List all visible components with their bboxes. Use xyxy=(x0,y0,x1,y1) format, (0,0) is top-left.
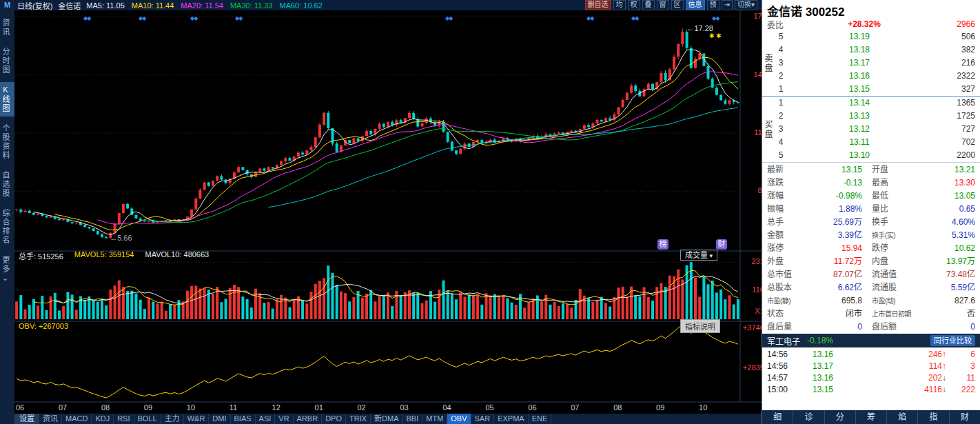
detail-value: 5.31% xyxy=(916,229,975,242)
window-button[interactable]: 窗 xyxy=(657,0,669,10)
ma-value-0: MA5: 11.05 xyxy=(86,1,124,10)
sidebar-item-ranking[interactable]: 综合排名 xyxy=(0,205,14,248)
indicator-RSI[interactable]: RSI xyxy=(114,414,134,424)
region-button[interactable]: 区 xyxy=(671,0,684,10)
ask-level: 4 xyxy=(774,43,788,57)
indicator-ARBR[interactable]: ARBR xyxy=(294,414,323,424)
indicator-W&R[interactable]: W&R xyxy=(184,414,210,424)
indicator-新DMA[interactable]: 新DMA xyxy=(371,414,402,424)
ranking-badge-button[interactable]: 榜 xyxy=(657,239,668,250)
indicator-资讯[interactable]: 资讯 xyxy=(39,414,62,424)
period-label[interactable]: 日线(复权) xyxy=(17,0,52,11)
indicator-BBI[interactable]: BBI xyxy=(403,414,423,424)
indicator-ASI[interactable]: ASI xyxy=(256,414,276,424)
industry-compare-button[interactable]: 同行业比较 xyxy=(930,335,975,346)
ask-row[interactable]: 113.15327 xyxy=(774,83,975,96)
indicator-SAR[interactable]: SAR xyxy=(471,414,495,424)
mavol5-label: MAVOL5: 359154 xyxy=(74,250,134,261)
indicator-VR[interactable]: VR xyxy=(275,414,293,424)
detail-label: 外盘 xyxy=(767,255,803,268)
tick-price: 13.15 xyxy=(795,384,833,396)
tick-row: 14:5613.16246↑6 xyxy=(767,349,975,361)
ask-row[interactable]: 413.18382 xyxy=(774,43,975,57)
indicator-help-button[interactable]: 指标说明 xyxy=(680,319,720,333)
panel-tab-细[interactable]: 细 xyxy=(762,410,793,424)
industry-bar: 军工电子 -0.18% 同行业比较 xyxy=(762,334,980,347)
svg-text:◆◆: ◆◆ xyxy=(83,15,92,21)
weicha-value: 2966 xyxy=(932,19,975,29)
ask-row[interactable]: 513.19506 xyxy=(774,30,975,43)
ask-row[interactable]: 313.17216 xyxy=(774,57,975,70)
detail-value: 10.62 xyxy=(916,242,975,255)
sidebar-item-watchlist[interactable]: 自选股 xyxy=(0,168,14,201)
tick-price: 13.16 xyxy=(795,349,833,361)
tick-count: 3 xyxy=(946,361,975,372)
detail-value: 闭市 xyxy=(803,307,872,321)
panel-tab-筹[interactable]: 筹 xyxy=(856,410,887,424)
sidebar-item-kline-chart[interactable]: K线图 xyxy=(0,82,14,117)
ma-toggle-button[interactable]: 均 xyxy=(613,0,626,10)
detail-row: 市盈(静)695.8市盈(动)827.6 xyxy=(767,294,975,307)
industry-name[interactable]: 军工电子 xyxy=(767,335,800,347)
detail-row: 外盘11.72万内盘13.97万 xyxy=(767,255,975,268)
volume-total-label: 总手: 515256 xyxy=(19,250,63,261)
switch-button[interactable]: 切换▾ xyxy=(735,0,757,10)
indicator-KDJ[interactable]: KDJ xyxy=(92,414,114,424)
indicator-DMI[interactable]: DMI xyxy=(209,414,230,424)
bid-row[interactable]: 113.141365 xyxy=(774,97,975,110)
panel-tab-诊[interactable]: 诊 xyxy=(793,410,824,424)
remove-watchlist-button[interactable]: 删自选 xyxy=(585,0,611,10)
svg-text:◆◆: ◆◆ xyxy=(190,15,198,21)
panel-tab-指[interactable]: 指 xyxy=(918,410,949,424)
bid-price: 13.14 xyxy=(788,97,931,110)
indicator-主力[interactable]: 主力 xyxy=(161,414,184,424)
bid-row[interactable]: 413.11702 xyxy=(774,136,975,149)
jump-icon[interactable]: ⇥ xyxy=(722,0,733,10)
detail-label: 跌停 xyxy=(872,242,916,255)
settings-button[interactable]: 设置 xyxy=(14,414,39,424)
indicator-MACD[interactable]: MACD xyxy=(62,414,92,424)
indicator-TRIX[interactable]: TRIX xyxy=(346,414,371,424)
bid-row[interactable]: 213.131725 xyxy=(774,110,975,123)
ask-volume: 327 xyxy=(931,83,975,96)
ask-volume: 216 xyxy=(931,57,975,70)
overlay-button[interactable]: 叠 xyxy=(642,0,655,10)
volume-indicator-select[interactable]: 成交量 xyxy=(680,250,717,261)
detail-label: 总股本 xyxy=(767,281,803,294)
bid-group-label: 买盘 xyxy=(762,97,774,162)
app-logo-icon[interactable]: M xyxy=(0,0,14,11)
detail-value: -0.13 xyxy=(803,176,872,190)
indicator-OBV[interactable]: OBV xyxy=(447,414,471,424)
panel-tab-分[interactable]: 分 xyxy=(825,410,856,424)
kline-chart[interactable]: ◆◆◆◆◆◆◆◆◆◆◆◆◆◆◆◆✱ ✱←17.28←5.660607080910… xyxy=(14,10,762,414)
indicator-BIAS[interactable]: BIAS xyxy=(231,414,256,424)
info-button[interactable]: 信息 xyxy=(686,0,705,10)
indicator-MTM[interactable]: MTM xyxy=(422,414,447,424)
bid-row[interactable]: 313.12727 xyxy=(774,123,975,136)
quote-panel: 金信诺 300252 委比 +28.32% 2966 卖盘 513.195064… xyxy=(762,0,980,424)
sidebar-item-news[interactable]: 资讯 xyxy=(0,15,14,40)
sidebar-item-stock-profile[interactable]: 个股资料 xyxy=(0,121,14,163)
indicator-EXPMA[interactable]: EXPMA xyxy=(494,414,529,424)
detail-value: 73.48亿 xyxy=(916,268,975,281)
detail-label: 上市首日初期 xyxy=(872,307,916,321)
ask-price: 13.18 xyxy=(788,43,931,57)
svg-text:◆◆: ◆◆ xyxy=(712,15,720,21)
alert-button[interactable]: 预 xyxy=(707,0,719,10)
trade-tick-list: 14:5613.16246↑614:5613.17114↑314:5713.16… xyxy=(762,347,980,410)
finance-badge-button[interactable]: 财 xyxy=(716,239,727,250)
ask-level: 5 xyxy=(774,30,788,43)
indicator-BOLL[interactable]: BOLL xyxy=(134,414,161,424)
rights-adjust-button[interactable]: 权 xyxy=(628,0,640,10)
sidebar-item-more[interactable]: 更多⌄ xyxy=(0,252,14,287)
indicator-ENE[interactable]: ENE xyxy=(529,414,552,424)
ask-level: 1 xyxy=(774,83,788,96)
panel-tab-焰[interactable]: 焰 xyxy=(887,410,918,424)
panel-tab-财[interactable]: 财 xyxy=(950,410,980,424)
sidebar-item-intraday-chart[interactable]: 分时图 xyxy=(0,44,14,78)
svg-text:04: 04 xyxy=(442,403,451,412)
detail-label: 涨停 xyxy=(767,242,803,255)
ask-row[interactable]: 213.162322 xyxy=(774,70,975,83)
indicator-DPO[interactable]: DPO xyxy=(322,414,346,424)
bid-row[interactable]: 513.102200 xyxy=(774,149,975,162)
